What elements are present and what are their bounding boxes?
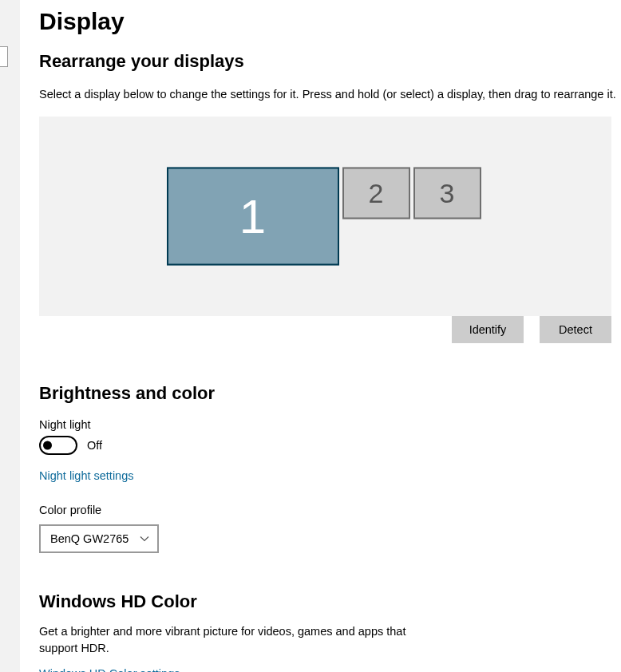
display-box-1[interactable]: 1 [167,168,339,266]
rearrange-heading: Rearrange your displays [39,51,621,72]
rearrange-description: Select a display below to change the set… [39,86,621,102]
night-light-label: Night light [39,418,621,431]
hd-color-settings-link[interactable]: Windows HD Color settings [39,667,180,672]
display-arrangement-area[interactable]: 1 2 3 [39,117,611,316]
sidebar-edge [0,0,20,672]
color-profile-value: BenQ GW2765 [50,532,129,545]
display-box-2[interactable]: 2 [342,168,410,219]
page-title: Display [39,8,621,35]
identify-button[interactable]: Identify [452,316,524,343]
chevron-down-icon [140,534,149,544]
sidebar-item-partial[interactable] [0,46,8,67]
display-box-3[interactable]: 3 [413,168,481,219]
detect-button[interactable]: Detect [540,316,611,343]
hd-color-description: Get a brighter and more vibrant picture … [39,623,406,656]
color-profile-select[interactable]: BenQ GW2765 [39,524,159,553]
night-light-toggle[interactable] [39,436,77,455]
toggle-knob [43,441,52,450]
color-profile-label: Color profile [39,504,621,516]
night-light-state: Off [87,439,102,452]
display-number: 1 [239,189,266,244]
main-content: Display Rearrange your displays Select a… [20,0,621,672]
brightness-heading: Brightness and color [39,383,621,404]
hd-color-heading: Windows HD Color [39,591,621,612]
display-number: 2 [369,178,384,209]
display-number: 3 [440,178,455,209]
night-light-settings-link[interactable]: Night light settings [39,469,133,482]
